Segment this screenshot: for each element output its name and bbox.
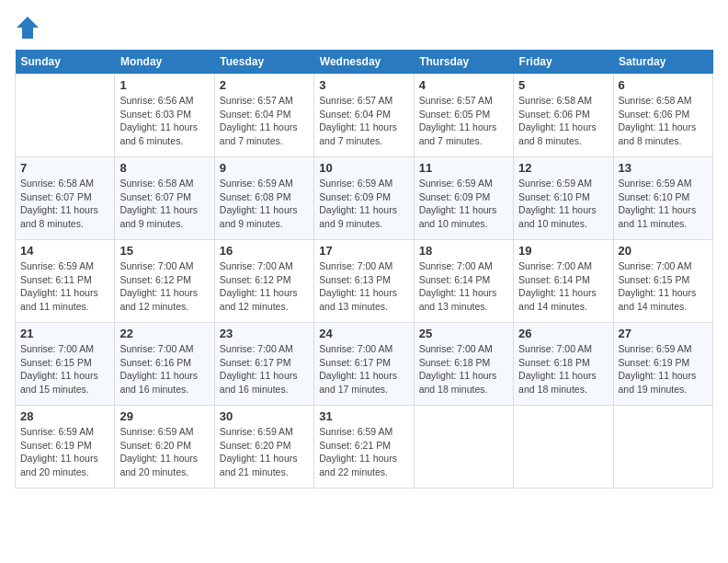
calendar-cell: 1Sunrise: 6:56 AM Sunset: 6:03 PM Daylig… bbox=[115, 75, 214, 157]
header-sunday: Sunday bbox=[16, 50, 115, 75]
header-saturday: Saturday bbox=[613, 50, 712, 75]
calendar-cell: 2Sunrise: 6:57 AM Sunset: 6:04 PM Daylig… bbox=[214, 75, 313, 157]
day-number: 21 bbox=[20, 327, 109, 340]
calendar-cell: 9Sunrise: 6:59 AM Sunset: 6:08 PM Daylig… bbox=[214, 157, 313, 240]
day-info: Sunrise: 6:59 AM Sunset: 6:20 PM Dayligh… bbox=[119, 425, 209, 479]
day-number: 7 bbox=[20, 161, 109, 175]
calendar-table: SundayMondayTuesdayWednesdayThursdayFrid… bbox=[15, 50, 713, 488]
calendar-cell: 5Sunrise: 6:58 AM Sunset: 6:06 PM Daylig… bbox=[514, 75, 613, 157]
calendar-cell: 29Sunrise: 6:59 AM Sunset: 6:20 PM Dayli… bbox=[115, 406, 214, 488]
day-info: Sunrise: 6:59 AM Sunset: 6:19 PM Dayligh… bbox=[619, 342, 708, 396]
day-number: 22 bbox=[119, 327, 209, 340]
day-info: Sunrise: 6:59 AM Sunset: 6:09 PM Dayligh… bbox=[319, 177, 408, 231]
header-monday: Monday bbox=[115, 50, 214, 75]
calendar-week-row: 14Sunrise: 6:59 AM Sunset: 6:11 PM Dayli… bbox=[16, 240, 713, 323]
day-info: Sunrise: 6:59 AM Sunset: 6:21 PM Dayligh… bbox=[319, 425, 408, 479]
calendar-cell: 22Sunrise: 7:00 AM Sunset: 6:16 PM Dayli… bbox=[115, 323, 214, 406]
calendar-cell: 24Sunrise: 7:00 AM Sunset: 6:17 PM Dayli… bbox=[314, 323, 414, 406]
calendar-cell: 30Sunrise: 6:59 AM Sunset: 6:20 PM Dayli… bbox=[214, 406, 313, 488]
day-number: 10 bbox=[319, 161, 408, 175]
day-info: Sunrise: 7:00 AM Sunset: 6:17 PM Dayligh… bbox=[319, 342, 408, 396]
calendar-cell: 20Sunrise: 7:00 AM Sunset: 6:15 PM Dayli… bbox=[613, 240, 712, 323]
calendar-cell: 28Sunrise: 6:59 AM Sunset: 6:19 PM Dayli… bbox=[16, 406, 115, 488]
day-number: 20 bbox=[619, 244, 708, 258]
calendar-cell: 4Sunrise: 6:57 AM Sunset: 6:05 PM Daylig… bbox=[414, 75, 513, 157]
day-number: 1 bbox=[119, 78, 209, 92]
calendar-cell bbox=[414, 406, 513, 488]
logo bbox=[15, 15, 44, 40]
day-number: 12 bbox=[518, 161, 608, 175]
calendar-cell: 23Sunrise: 7:00 AM Sunset: 6:17 PM Dayli… bbox=[214, 323, 313, 406]
day-number: 28 bbox=[20, 409, 109, 423]
calendar-cell: 26Sunrise: 7:00 AM Sunset: 6:18 PM Dayli… bbox=[514, 323, 613, 406]
day-number: 16 bbox=[220, 244, 309, 258]
header-thursday: Thursday bbox=[414, 50, 513, 75]
day-info: Sunrise: 6:59 AM Sunset: 6:20 PM Dayligh… bbox=[220, 425, 309, 479]
calendar-cell: 13Sunrise: 6:59 AM Sunset: 6:10 PM Dayli… bbox=[613, 157, 712, 240]
day-number: 8 bbox=[119, 161, 209, 175]
day-info: Sunrise: 6:56 AM Sunset: 6:03 PM Dayligh… bbox=[119, 94, 209, 148]
calendar-cell: 19Sunrise: 7:00 AM Sunset: 6:14 PM Dayli… bbox=[514, 240, 613, 323]
calendar-cell: 27Sunrise: 6:59 AM Sunset: 6:19 PM Dayli… bbox=[613, 323, 712, 406]
svg-marker-0 bbox=[17, 17, 39, 39]
day-number: 13 bbox=[619, 161, 708, 175]
day-number: 31 bbox=[319, 409, 408, 423]
day-number: 4 bbox=[419, 78, 508, 92]
day-number: 30 bbox=[220, 409, 309, 423]
calendar-cell bbox=[613, 406, 712, 488]
header-wednesday: Wednesday bbox=[314, 50, 414, 75]
calendar-cell: 31Sunrise: 6:59 AM Sunset: 6:21 PM Dayli… bbox=[314, 406, 414, 488]
day-info: Sunrise: 7:00 AM Sunset: 6:15 PM Dayligh… bbox=[20, 342, 109, 396]
calendar-week-row: 7Sunrise: 6:58 AM Sunset: 6:07 PM Daylig… bbox=[16, 157, 713, 240]
calendar-week-row: 21Sunrise: 7:00 AM Sunset: 6:15 PM Dayli… bbox=[16, 323, 713, 406]
day-info: Sunrise: 6:58 AM Sunset: 6:06 PM Dayligh… bbox=[518, 94, 608, 148]
day-number: 2 bbox=[220, 78, 309, 92]
day-number: 25 bbox=[419, 327, 508, 340]
day-info: Sunrise: 7:00 AM Sunset: 6:18 PM Dayligh… bbox=[518, 342, 608, 396]
day-number: 14 bbox=[20, 244, 109, 258]
day-info: Sunrise: 7:00 AM Sunset: 6:16 PM Dayligh… bbox=[119, 342, 209, 396]
day-number: 24 bbox=[319, 327, 408, 340]
day-number: 19 bbox=[518, 244, 608, 258]
day-info: Sunrise: 6:58 AM Sunset: 6:07 PM Dayligh… bbox=[20, 177, 109, 231]
day-number: 23 bbox=[220, 327, 309, 340]
day-number: 27 bbox=[619, 327, 708, 340]
page-header bbox=[15, 15, 713, 40]
day-info: Sunrise: 7:00 AM Sunset: 6:12 PM Dayligh… bbox=[119, 259, 209, 314]
logo-icon bbox=[15, 15, 40, 40]
day-info: Sunrise: 7:00 AM Sunset: 6:17 PM Dayligh… bbox=[220, 342, 309, 396]
day-number: 26 bbox=[518, 327, 608, 340]
day-info: Sunrise: 7:00 AM Sunset: 6:12 PM Dayligh… bbox=[220, 259, 309, 314]
calendar-cell: 14Sunrise: 6:59 AM Sunset: 6:11 PM Dayli… bbox=[16, 240, 115, 323]
day-number: 5 bbox=[518, 78, 608, 92]
day-info: Sunrise: 6:59 AM Sunset: 6:09 PM Dayligh… bbox=[419, 177, 508, 231]
day-info: Sunrise: 6:57 AM Sunset: 6:04 PM Dayligh… bbox=[319, 94, 408, 148]
header-tuesday: Tuesday bbox=[214, 50, 313, 75]
day-info: Sunrise: 6:58 AM Sunset: 6:06 PM Dayligh… bbox=[619, 94, 708, 148]
day-number: 17 bbox=[319, 244, 408, 258]
day-info: Sunrise: 6:59 AM Sunset: 6:08 PM Dayligh… bbox=[220, 177, 309, 231]
day-number: 29 bbox=[119, 409, 209, 423]
day-info: Sunrise: 6:59 AM Sunset: 6:11 PM Dayligh… bbox=[20, 259, 109, 314]
calendar-header-row: SundayMondayTuesdayWednesdayThursdayFrid… bbox=[16, 50, 713, 75]
day-info: Sunrise: 6:57 AM Sunset: 6:04 PM Dayligh… bbox=[220, 94, 309, 148]
day-info: Sunrise: 6:59 AM Sunset: 6:10 PM Dayligh… bbox=[619, 177, 708, 231]
calendar-cell bbox=[16, 75, 115, 157]
day-number: 15 bbox=[119, 244, 209, 258]
calendar-cell: 18Sunrise: 7:00 AM Sunset: 6:14 PM Dayli… bbox=[414, 240, 513, 323]
day-info: Sunrise: 7:00 AM Sunset: 6:14 PM Dayligh… bbox=[518, 259, 608, 314]
calendar-cell: 21Sunrise: 7:00 AM Sunset: 6:15 PM Dayli… bbox=[16, 323, 115, 406]
day-number: 6 bbox=[619, 78, 708, 92]
day-number: 18 bbox=[419, 244, 508, 258]
day-info: Sunrise: 7:00 AM Sunset: 6:15 PM Dayligh… bbox=[619, 259, 708, 314]
day-info: Sunrise: 6:57 AM Sunset: 6:05 PM Dayligh… bbox=[419, 94, 508, 148]
day-info: Sunrise: 7:00 AM Sunset: 6:18 PM Dayligh… bbox=[419, 342, 508, 396]
calendar-week-row: 1Sunrise: 6:56 AM Sunset: 6:03 PM Daylig… bbox=[16, 75, 713, 157]
calendar-cell: 6Sunrise: 6:58 AM Sunset: 6:06 PM Daylig… bbox=[613, 75, 712, 157]
day-info: Sunrise: 6:59 AM Sunset: 6:19 PM Dayligh… bbox=[20, 425, 109, 479]
header-friday: Friday bbox=[514, 50, 613, 75]
day-number: 11 bbox=[419, 161, 508, 175]
calendar-cell bbox=[514, 406, 613, 488]
calendar-cell: 10Sunrise: 6:59 AM Sunset: 6:09 PM Dayli… bbox=[314, 157, 414, 240]
calendar-cell: 25Sunrise: 7:00 AM Sunset: 6:18 PM Dayli… bbox=[414, 323, 513, 406]
